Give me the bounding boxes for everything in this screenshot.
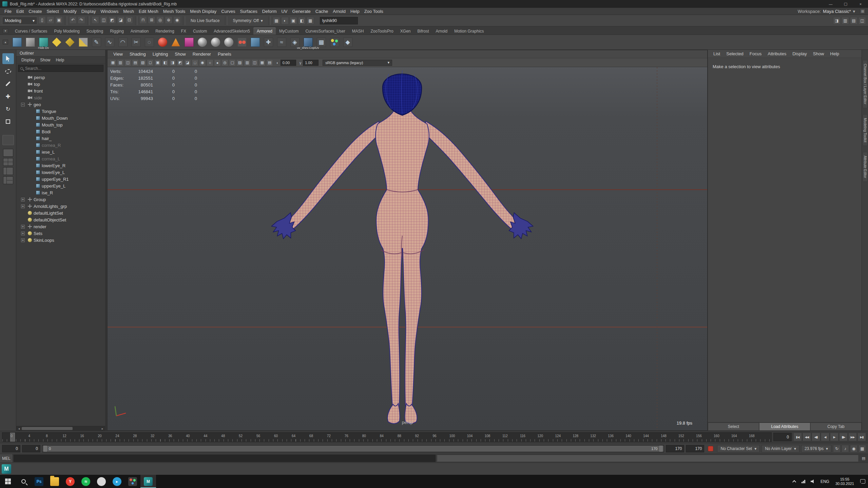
outliner-item[interactable]: + SkinLoops bbox=[16, 237, 105, 243]
language-indicator[interactable]: ENG bbox=[818, 475, 832, 488]
sidebar-vertical-tab[interactable]: Channel Box / Layer Editor bbox=[863, 60, 868, 108]
menu-item[interactable]: Display bbox=[79, 9, 98, 14]
minimize-button[interactable]: — bbox=[823, 0, 838, 8]
shelf-button[interactable] bbox=[329, 35, 340, 50]
expand-toggle-icon[interactable]: + bbox=[21, 198, 25, 201]
menu-item[interactable]: Deform bbox=[260, 9, 279, 14]
range-slider-track[interactable]: 0 170 bbox=[42, 445, 664, 452]
menu-item[interactable]: Windows bbox=[98, 9, 121, 14]
close-button[interactable]: × bbox=[853, 0, 868, 8]
viewport-toolbar-icon[interactable]: ◻ bbox=[147, 59, 154, 66]
status-line-icon[interactable]: ◉ bbox=[173, 16, 181, 24]
select-tool[interactable] bbox=[2, 53, 14, 64]
shelf-tab[interactable]: Sculpting bbox=[83, 27, 107, 35]
step-back-frame-button[interactable]: ◀◀ bbox=[803, 433, 811, 441]
status-line-icon[interactable] bbox=[135, 16, 137, 25]
viewport-toolbar-icon[interactable]: ▢ bbox=[229, 59, 236, 66]
viewport-toolbar-icon[interactable]: ▤ bbox=[266, 59, 273, 66]
shelf-button[interactable] bbox=[223, 35, 234, 50]
volume-icon[interactable] bbox=[808, 475, 818, 488]
messenger-icon[interactable]: ▸ bbox=[109, 475, 125, 488]
shelf-button[interactable]: ✎ bbox=[91, 35, 102, 50]
restore-button[interactable]: ▢ bbox=[838, 0, 853, 8]
time-slider-ruler[interactable]: 0481216202428323640444852566064687276808… bbox=[2, 432, 772, 442]
render-icon[interactable]: ◐ bbox=[281, 17, 289, 24]
viewport-menu-item[interactable]: Shading bbox=[127, 52, 149, 57]
browser-icon[interactable]: Y bbox=[62, 475, 78, 488]
status-line-icon[interactable]: ◩ bbox=[109, 16, 116, 24]
shelf-button[interactable]: ◆ bbox=[342, 35, 353, 50]
outliner-item[interactable]: Mouth_Down bbox=[16, 115, 105, 121]
expand-toggle-icon[interactable]: + bbox=[21, 225, 25, 229]
shelf-button[interactable] bbox=[250, 35, 261, 50]
shelf-tab[interactable]: CurvesSurfaces_User bbox=[302, 27, 348, 35]
viewport-toolbar-icon[interactable]: ▧ bbox=[139, 59, 146, 66]
status-line-icon[interactable]: ◫ bbox=[100, 16, 108, 24]
shelf-tab[interactable]: FX bbox=[178, 27, 190, 35]
shelf-tab[interactable]: ZooToolsPro bbox=[367, 27, 397, 35]
outliner-search-input[interactable]: Search... bbox=[18, 65, 103, 72]
shelf-button[interactable] bbox=[210, 35, 221, 50]
command-input[interactable] bbox=[14, 455, 436, 462]
shelf-options-icon[interactable]: ▴ bbox=[3, 40, 8, 44]
viewport-toolbar-icon[interactable]: ▨ bbox=[236, 59, 243, 66]
step-forward-key-button[interactable]: ▮▶ bbox=[839, 433, 848, 441]
shelf-button[interactable] bbox=[64, 35, 75, 50]
playback-option-icon[interactable]: ▦ bbox=[859, 445, 866, 452]
shelf-tab[interactable]: Motion Graphics bbox=[451, 27, 487, 35]
shelf-tab[interactable]: Bifrost bbox=[414, 27, 432, 35]
viewport-toolbar-icon[interactable]: ◫ bbox=[251, 59, 258, 66]
attribute-editor-menu-item[interactable]: List bbox=[711, 51, 723, 56]
outliner-item[interactable]: persp bbox=[16, 74, 105, 81]
scroll-right-icon[interactable]: ▸ bbox=[100, 427, 104, 430]
viewport-menu-item[interactable]: View bbox=[110, 52, 126, 57]
menu-set-selector[interactable]: Modeling ▾ bbox=[2, 17, 37, 25]
shelf-tab[interactable]: Rigging bbox=[107, 27, 127, 35]
rotate-tool[interactable]: ↻ bbox=[2, 103, 14, 114]
sidebar-toggle-icon[interactable]: ▥ bbox=[842, 17, 849, 24]
shelf-button[interactable]: ▩ bbox=[316, 35, 327, 50]
outliner-item[interactable]: lowerEye_L bbox=[16, 169, 105, 176]
menu-item[interactable]: Mesh Display bbox=[188, 9, 219, 14]
shelf-tab[interactable]: Armored bbox=[253, 27, 276, 35]
viewport-3d-view[interactable]: Verts: 104424 0 0 Edges: 182551 0 0 bbox=[108, 67, 707, 430]
attribute-editor-button[interactable]: Select bbox=[708, 423, 759, 431]
viewport-toolbar-icon[interactable]: ◩ bbox=[177, 59, 184, 66]
outliner-item[interactable]: + Group bbox=[16, 196, 105, 203]
outliner-item[interactable]: cornea_L bbox=[16, 155, 105, 162]
outliner-item[interactable]: top bbox=[16, 81, 105, 87]
clock[interactable]: 15:55 30.03.2021 bbox=[832, 475, 857, 488]
shelf-button[interactable]: Hide Dv bbox=[38, 35, 49, 50]
viewport-menu-item[interactable]: Lighting bbox=[150, 52, 171, 57]
shelf-tab[interactable]: Animation bbox=[127, 27, 152, 35]
shelf-button[interactable]: ✚ bbox=[263, 35, 274, 50]
viewport-toolbar-icon[interactable]: □ bbox=[192, 59, 198, 66]
shelf-tab[interactable]: Arnold bbox=[432, 27, 451, 35]
viewport-toolbar-icon[interactable]: ▦ bbox=[259, 59, 266, 66]
status-line-icon[interactable]: ▣ bbox=[55, 16, 63, 24]
status-line-icon[interactable]: ⊡ bbox=[126, 16, 133, 24]
viewport-toolbar-icon[interactable]: ▥ bbox=[244, 59, 251, 66]
outliner-item[interactable]: defaultLightSet bbox=[16, 210, 105, 216]
viewport-menu-item[interactable]: Show bbox=[172, 52, 189, 57]
spotify-icon[interactable]: ≋ bbox=[78, 475, 94, 488]
shelf-button[interactable] bbox=[170, 35, 181, 50]
playback-range-bar[interactable]: 0 170 bbox=[43, 446, 663, 452]
status-line-icon[interactable] bbox=[183, 16, 185, 25]
outliner-item[interactable]: lowerEye_R bbox=[16, 162, 105, 169]
viewport-menu-item[interactable]: Panels bbox=[215, 52, 234, 57]
viewport-toolbar-icon[interactable]: ▦ bbox=[110, 59, 116, 66]
expand-toggle-icon[interactable]: − bbox=[21, 103, 25, 106]
shelf-menu-icon[interactable]: ▾ bbox=[3, 28, 8, 33]
outliner-item[interactable]: upperEye_L bbox=[16, 182, 105, 189]
shelf-button[interactable] bbox=[236, 35, 247, 50]
outliner-item[interactable]: front bbox=[16, 87, 105, 94]
outliner-item[interactable]: + render bbox=[16, 223, 105, 230]
shelf-tab[interactable]: XGen bbox=[397, 27, 414, 35]
shelf-button[interactable] bbox=[78, 35, 89, 50]
auto-keyframe-icon[interactable] bbox=[708, 446, 713, 451]
menu-item[interactable]: Modify bbox=[61, 9, 79, 14]
outliner-item[interactable]: cornea_R bbox=[16, 142, 105, 149]
layout-persp-outliner[interactable] bbox=[3, 176, 13, 184]
menu-item[interactable]: Edit bbox=[14, 9, 26, 14]
